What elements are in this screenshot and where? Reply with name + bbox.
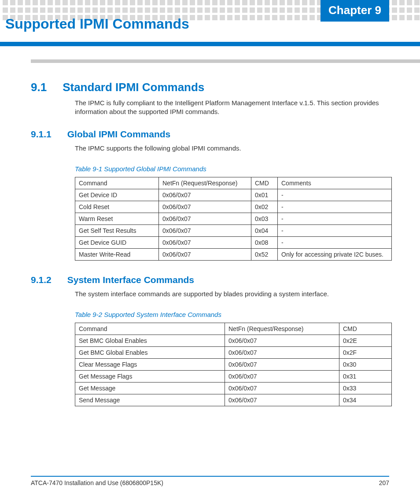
table-header-cell: Command <box>75 323 225 335</box>
section-number: 9.1.1 <box>31 129 52 140</box>
table-cell: 0x01 <box>251 189 278 201</box>
table-cell: Warm Reset <box>75 213 159 224</box>
section-body: The IPMC is fully compliant to the Intel… <box>75 99 389 117</box>
table-row: Get Message0x06/0x070x33 <box>75 383 392 394</box>
table-cell: 0x06/0x07 <box>159 236 251 248</box>
section-heading-9-1-1: 9.1.1 Global IPMI Commands <box>31 129 389 140</box>
table-cell: 0x06/0x07 <box>225 347 339 359</box>
table-cell: Send Message <box>75 394 225 406</box>
table-header-cell: CMD <box>339 323 392 335</box>
table-cell: 0x04 <box>251 224 278 236</box>
grey-divider <box>31 59 420 63</box>
table-cell: 0x06/0x07 <box>225 371 339 383</box>
table-cell: - <box>278 236 392 248</box>
table-cell: 0x06/0x07 <box>225 359 339 371</box>
table-global-ipmi-commands: CommandNetFn (Request/Response)CMDCommen… <box>75 177 392 261</box>
table-cell: 0x06/0x07 <box>159 213 251 224</box>
page-footer: ATCA-7470 Installation and Use (6806800P… <box>31 476 389 486</box>
table-cell: - <box>278 224 392 236</box>
chapter-tab: Chapter 9 <box>321 0 389 22</box>
table-cell: Only for accessing private I2C buses. <box>278 248 392 260</box>
table-cell: Clear Message Flags <box>75 359 225 371</box>
table-header-cell: NetFn (Request/Response) <box>159 177 251 189</box>
table-caption-9-1: Table 9-1 Supported Global IPMI Commands <box>75 165 389 173</box>
table-cell: 0x06/0x07 <box>159 189 251 201</box>
table-row: Get Message Flags0x06/0x070x31 <box>75 371 392 383</box>
table-system-interface-commands: CommandNetFn (Request/Response)CMDSet BM… <box>75 323 392 406</box>
table-row: Get Self Test Results0x06/0x070x04- <box>75 224 392 236</box>
table-cell: 0x30 <box>339 359 392 371</box>
table-cell: - <box>278 201 392 213</box>
section-body: The system interface commands are suppor… <box>75 290 389 298</box>
table-cell: Get BMC Global Enables <box>75 347 225 359</box>
table-row: Clear Message Flags0x06/0x070x30 <box>75 359 392 371</box>
table-cell: Master Write-Read <box>75 248 159 260</box>
table-row: Set BMC Global Enables0x06/0x070x2E <box>75 335 392 347</box>
blue-divider <box>0 42 420 46</box>
table-row: Get BMC Global Enables0x06/0x070x2F <box>75 347 392 359</box>
section-title: Global IPMI Commands <box>67 129 171 140</box>
table-cell: 0x33 <box>339 383 392 394</box>
table-cell: 0x52 <box>251 248 278 260</box>
header-decoration: Chapter 9 Supported IPMI Commands <box>0 0 420 46</box>
table-cell: Set BMC Global Enables <box>75 335 225 347</box>
table-cell: Get Message Flags <box>75 371 225 383</box>
table-cell: Get Device GUID <box>75 236 159 248</box>
table-header-cell: Command <box>75 177 159 189</box>
section-number: 9.1 <box>31 81 47 94</box>
table-cell: 0x06/0x07 <box>225 383 339 394</box>
table-row: Master Write-Read0x06/0x070x52Only for a… <box>75 248 392 260</box>
section-body: The IPMC supports the following global I… <box>75 144 389 153</box>
table-cell: Get Message <box>75 383 225 394</box>
table-row: Send Message0x06/0x070x34 <box>75 394 392 406</box>
table-cell: 0x02 <box>251 201 278 213</box>
table-row: Warm Reset0x06/0x070x03- <box>75 213 392 224</box>
table-cell: 0x06/0x07 <box>225 394 339 406</box>
table-row: Cold Reset0x06/0x070x02- <box>75 201 392 213</box>
table-cell: Get Self Test Results <box>75 224 159 236</box>
table-row: Get Device GUID0x06/0x070x08- <box>75 236 392 248</box>
table-cell: 0x06/0x07 <box>159 248 251 260</box>
section-number: 9.1.2 <box>31 275 52 285</box>
table-header-cell: CMD <box>251 177 278 189</box>
table-cell: 0x08 <box>251 236 278 248</box>
section-heading-9-1-2: 9.1.2 System Interface Commands <box>31 275 389 285</box>
table-cell: 0x31 <box>339 371 392 383</box>
table-cell: 0x06/0x07 <box>225 335 339 347</box>
section-title: Standard IPMI Commands <box>63 81 204 94</box>
footer-page-number: 207 <box>379 479 389 486</box>
table-caption-9-2: Table 9-2 Supported System Interface Com… <box>75 311 389 318</box>
table-cell: - <box>278 213 392 224</box>
page-title: Supported IPMI Commands <box>5 16 194 32</box>
table-cell: 0x2E <box>339 335 392 347</box>
footer-doc-title: ATCA-7470 Installation and Use (6806800P… <box>31 479 163 486</box>
table-cell: 0x06/0x07 <box>159 201 251 213</box>
table-cell: 0x06/0x07 <box>159 224 251 236</box>
table-header-cell: NetFn (Request/Response) <box>225 323 339 335</box>
section-heading-9-1: 9.1 Standard IPMI Commands <box>31 81 389 94</box>
table-row: Get Device ID0x06/0x070x01- <box>75 189 392 201</box>
table-cell: Get Device ID <box>75 189 159 201</box>
table-cell: 0x34 <box>339 394 392 406</box>
table-cell: 0x03 <box>251 213 278 224</box>
table-cell: 0x2F <box>339 347 392 359</box>
table-cell: - <box>278 189 392 201</box>
table-cell: Cold Reset <box>75 201 159 213</box>
table-header-cell: Comments <box>278 177 392 189</box>
section-title: System Interface Commands <box>67 275 194 285</box>
